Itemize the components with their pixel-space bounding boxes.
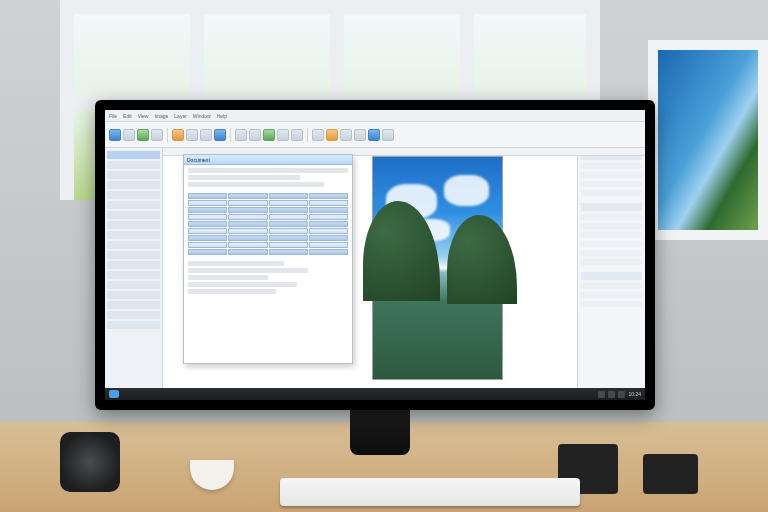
text-line [188,182,324,187]
panel-row[interactable] [107,151,160,159]
panel-row[interactable] [581,223,642,229]
menu-item[interactable]: Window [193,113,211,119]
tool-icon[interactable] [340,129,352,141]
tool-icon[interactable] [312,129,324,141]
menu-item[interactable]: View [138,113,149,119]
menu-item[interactable]: Help [217,113,227,119]
menu-item[interactable]: Layer [174,113,187,119]
text-line [188,261,284,266]
panel-row[interactable] [107,321,160,329]
wall-art-landscape [648,40,768,240]
panel-row[interactable] [581,214,642,220]
panel-row[interactable] [581,163,642,169]
screen: File Edit View Image Layer Window Help [105,110,645,400]
tool-icon[interactable] [200,129,212,141]
tray-icon[interactable] [608,391,615,398]
panel-row[interactable] [581,241,642,247]
system-tray: 10:24 [598,391,641,398]
tool-icon[interactable] [368,129,380,141]
panel-row[interactable] [107,201,160,209]
tool-icon[interactable] [214,129,226,141]
floating-document-window[interactable]: Document [183,154,353,364]
panel-header[interactable] [581,272,642,280]
panel-row[interactable] [581,250,642,256]
keyboard [280,478,580,506]
tool-icon[interactable] [186,129,198,141]
panel-row[interactable] [107,211,160,219]
taskbar-clock[interactable]: 10:24 [628,391,641,397]
text-line [188,175,300,180]
panel-row[interactable] [107,291,160,299]
tool-icon[interactable] [249,129,261,141]
desk-speaker [60,432,120,492]
app-menubar[interactable]: File Edit View Image Layer Window Help [105,110,645,122]
panel-row[interactable] [107,171,160,179]
start-button[interactable] [109,390,119,398]
panel-row[interactable] [581,301,642,307]
floating-window-body [184,165,352,363]
right-properties-panel [577,148,645,388]
panel-header[interactable] [581,203,642,211]
image-canvas-pane [368,148,507,388]
tool-icon[interactable] [137,129,149,141]
panel-row[interactable] [107,221,160,229]
panel-row[interactable] [107,231,160,239]
text-line [188,268,308,273]
data-table [188,193,348,255]
menu-item[interactable]: Image [154,113,168,119]
workspace: Document [105,148,645,388]
tray-icon[interactable] [598,391,605,398]
panel-row[interactable] [107,271,160,279]
panel-row[interactable] [107,181,160,189]
tool-icon[interactable] [109,129,121,141]
left-panel [105,148,163,388]
tray-icon[interactable] [618,391,625,398]
tool-icon[interactable] [172,129,184,141]
os-taskbar[interactable]: 10:24 [105,388,645,400]
tool-icon[interactable] [382,129,394,141]
panel-row[interactable] [107,191,160,199]
text-line [188,289,276,294]
panel-row[interactable] [107,241,160,249]
panel-row[interactable] [107,281,160,289]
landscape-image-canvas[interactable] [372,156,503,380]
panel-row[interactable] [107,251,160,259]
tool-icon[interactable] [291,129,303,141]
panel-row[interactable] [107,161,160,169]
menu-item[interactable]: File [109,113,117,119]
tool-icon[interactable] [326,129,338,141]
floating-window-titlebar[interactable]: Document [184,155,352,165]
tool-icon[interactable] [263,129,275,141]
panel-row[interactable] [107,301,160,309]
panel-row[interactable] [581,181,642,187]
desk-box [643,454,698,494]
monitor-bezel: File Edit View Image Layer Window Help [95,100,655,410]
panel-row[interactable] [107,261,160,269]
document-area: Document [163,148,645,388]
panel-row[interactable] [581,292,642,298]
text-line [188,168,348,173]
panel-row[interactable] [581,283,642,289]
tool-icon[interactable] [123,129,135,141]
tool-icon[interactable] [277,129,289,141]
panel-row[interactable] [581,232,642,238]
text-line [188,282,297,287]
tool-icon[interactable] [235,129,247,141]
text-line [188,275,268,280]
app-toolbar [105,122,645,148]
panel-row[interactable] [581,172,642,178]
tool-icon[interactable] [151,129,163,141]
menu-item[interactable]: Edit [123,113,132,119]
monitor-stand [350,405,410,455]
tool-icon[interactable] [354,129,366,141]
panel-row[interactable] [581,259,642,265]
panel-row[interactable] [581,190,642,196]
panel-row[interactable] [107,311,160,319]
